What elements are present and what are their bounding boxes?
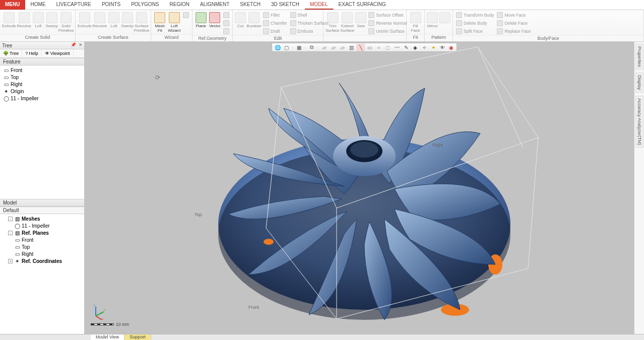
impeller-model[interactable] bbox=[213, 63, 516, 325]
surface-offset-button[interactable]: Surface Offset bbox=[367, 11, 408, 19]
viewtool-person[interactable]: ✦ bbox=[429, 44, 437, 51]
rail-properties[interactable]: Properties bbox=[635, 44, 643, 70]
model-ref-coords[interactable]: +✶Ref. Coordinates bbox=[0, 257, 84, 264]
side-panel: Tree 📌 ✕ 🌳Tree ?Help 👁Viewpoint Feature … bbox=[0, 42, 85, 334]
cut-button[interactable]: Cut bbox=[235, 11, 246, 28]
viewtool-copy[interactable]: ⧉ bbox=[307, 44, 316, 51]
bottom-tab-model-view[interactable]: Model View bbox=[91, 334, 124, 340]
extrude-surface-button[interactable]: Extrude bbox=[78, 11, 92, 28]
delete-face-button[interactable]: Delete Face bbox=[496, 19, 532, 27]
viewtool-dashed-circle[interactable]: ◌ bbox=[383, 44, 392, 51]
tab-3dsketch[interactable]: 3D SKETCH bbox=[266, 0, 305, 10]
bottom-tab-support[interactable]: Support bbox=[124, 334, 151, 340]
viewtool-brush[interactable]: ✎ bbox=[402, 44, 410, 51]
model-plane-top[interactable]: ▭Top bbox=[0, 243, 84, 250]
split-face-button[interactable]: Split Face bbox=[455, 27, 495, 35]
rail-accuracy[interactable]: Accuracy Analyzer(TM) bbox=[635, 96, 643, 148]
pattern-extra-button[interactable] bbox=[439, 11, 451, 24]
feature-right[interactable]: ▭Right bbox=[0, 81, 84, 88]
wizard-extra-button[interactable] bbox=[182, 11, 190, 19]
revolve-surface-button[interactable]: Revolve bbox=[93, 11, 107, 28]
svg-point-4 bbox=[264, 239, 274, 245]
model-ref-planes[interactable]: -▧Ref. Planes bbox=[0, 229, 84, 236]
help-tab[interactable]: ?Help bbox=[22, 49, 42, 57]
feature-front[interactable]: ▭Front bbox=[0, 66, 84, 74]
close-icon[interactable]: ✕ bbox=[78, 42, 83, 48]
reverse-normal-button[interactable]: Reverse Normal bbox=[367, 19, 408, 27]
expander-icon[interactable]: - bbox=[8, 231, 13, 235]
solid-primitive-button[interactable]: Solid Primitive bbox=[59, 11, 73, 33]
surface-primitive-button[interactable]: Surface Primitive bbox=[135, 11, 149, 33]
viewtool-rect[interactable]: ▭ bbox=[365, 44, 374, 51]
viewtool-check[interactable]: ◉ bbox=[447, 44, 456, 51]
orientation-triad[interactable]: z y x bbox=[91, 305, 106, 320]
feature-origin[interactable]: ✶Origin bbox=[0, 88, 84, 95]
delete-body-button[interactable]: Delete Body bbox=[455, 19, 495, 27]
model-mesh-impeller[interactable]: ◯11 - Impeller bbox=[0, 222, 84, 229]
tab-home[interactable]: HOME bbox=[25, 0, 51, 10]
extrude-solid-button[interactable]: Extrude bbox=[2, 11, 16, 28]
viewtool-plane3[interactable]: ▱ bbox=[338, 44, 347, 51]
sweep-solid-button[interactable]: Sweep bbox=[45, 11, 58, 28]
tab-livecapture[interactable]: LIVECAPTURE bbox=[51, 0, 96, 10]
loft-solid-button[interactable]: Loft bbox=[32, 11, 45, 28]
chamfer-button[interactable]: Chamfer bbox=[262, 19, 288, 27]
viewtool-extend[interactable]: ✧ bbox=[420, 44, 428, 51]
untrim-surface-button[interactable]: Untrim Surface bbox=[367, 27, 408, 35]
sew-button[interactable]: Sew bbox=[355, 11, 366, 28]
viewtool-circle[interactable]: ○ bbox=[374, 44, 383, 51]
replace-face-button[interactable]: Replace Face bbox=[496, 27, 532, 35]
viewtool-plane1[interactable]: ▱ bbox=[320, 44, 329, 51]
tab-region[interactable]: REGION bbox=[165, 0, 195, 10]
extend-surface-button[interactable]: Extend Surface bbox=[341, 11, 355, 33]
pin-icon[interactable]: 📌 bbox=[71, 42, 76, 48]
viewpoint-tab[interactable]: 👁Viewpoint bbox=[42, 49, 74, 57]
mesh-fit-button[interactable]: Mesh Fit bbox=[153, 11, 167, 33]
boolean-button[interactable]: Boolean bbox=[247, 11, 261, 28]
plane-button[interactable]: Plane bbox=[195, 11, 208, 28]
loft-wizard-button[interactable]: Loft Wizard bbox=[168, 11, 181, 33]
refgeom-extra-3[interactable] bbox=[222, 27, 230, 35]
viewtool-line[interactable]: ╲ bbox=[356, 44, 365, 51]
revolve-solid-button[interactable]: Revolve bbox=[17, 11, 31, 28]
viewport-3d[interactable]: 🌐 ▢· ▦· ⧉· ▱ ▱ ▱ ▥ ╲ ▭ ○ ◌ 〰 ✎ ◆ ✧ ✦ 👁 ◉ bbox=[85, 42, 644, 334]
refgeom-extra-1[interactable] bbox=[222, 11, 230, 19]
tab-polygons[interactable]: POLYGONS bbox=[126, 0, 164, 10]
draft-button[interactable]: Draft bbox=[262, 27, 288, 35]
model-meshes[interactable]: -▧Meshes bbox=[0, 215, 84, 222]
tab-exactsurfacing[interactable]: EXACT SURFACING bbox=[334, 0, 392, 10]
default-section-header: Default bbox=[0, 207, 84, 214]
viewtool-plane2[interactable]: ▱ bbox=[329, 44, 338, 51]
svg-line-10 bbox=[96, 312, 104, 316]
move-face-button[interactable]: Move Face bbox=[496, 11, 532, 19]
sweep-surface-button[interactable]: Sweep bbox=[121, 11, 134, 28]
refgeom-extra-2[interactable] bbox=[222, 19, 230, 27]
rail-display[interactable]: Display bbox=[635, 73, 643, 93]
tab-points[interactable]: POINTS bbox=[97, 0, 126, 10]
mirror-button[interactable]: Mirror bbox=[427, 11, 438, 28]
loft-surface-button[interactable]: Loft bbox=[108, 11, 120, 28]
feature-top[interactable]: ▭Top bbox=[0, 74, 84, 81]
viewtool-globe[interactable]: 🌐 bbox=[273, 44, 282, 51]
vector-button[interactable]: Vector bbox=[209, 11, 222, 28]
viewtool-visibility[interactable]: 👁 bbox=[438, 44, 446, 51]
viewtool-lasso[interactable]: 〰 bbox=[393, 44, 401, 51]
tab-alignment[interactable]: ALIGNMENT bbox=[195, 0, 235, 10]
feature-impeller[interactable]: ◯11 - Impeller bbox=[0, 95, 84, 102]
fill-face-button[interactable]: Fill Face bbox=[409, 11, 422, 33]
trim-surface-button[interactable]: Trim Surface bbox=[326, 11, 340, 33]
viewtool-section[interactable]: ▥ bbox=[347, 44, 356, 51]
transform-body-button[interactable]: Transform Body bbox=[455, 11, 495, 19]
expander-icon[interactable]: - bbox=[8, 217, 13, 221]
viewtool-flood[interactable]: ◆ bbox=[411, 44, 419, 51]
expander-icon[interactable]: + bbox=[8, 259, 13, 263]
model-plane-front[interactable]: ▭Front bbox=[0, 236, 84, 243]
viewtool-grid[interactable]: ▦ bbox=[295, 44, 303, 51]
viewtool-box[interactable]: ▢ bbox=[282, 44, 291, 51]
menu-tab[interactable]: MENU bbox=[0, 0, 25, 10]
model-plane-right[interactable]: ▭Right bbox=[0, 250, 84, 257]
tab-sketch[interactable]: SKETCH bbox=[235, 0, 266, 10]
tree-tab[interactable]: 🌳Tree bbox=[0, 49, 22, 57]
tab-model[interactable]: MODEL bbox=[305, 0, 334, 10]
fillet-button[interactable]: Fillet bbox=[262, 11, 288, 19]
